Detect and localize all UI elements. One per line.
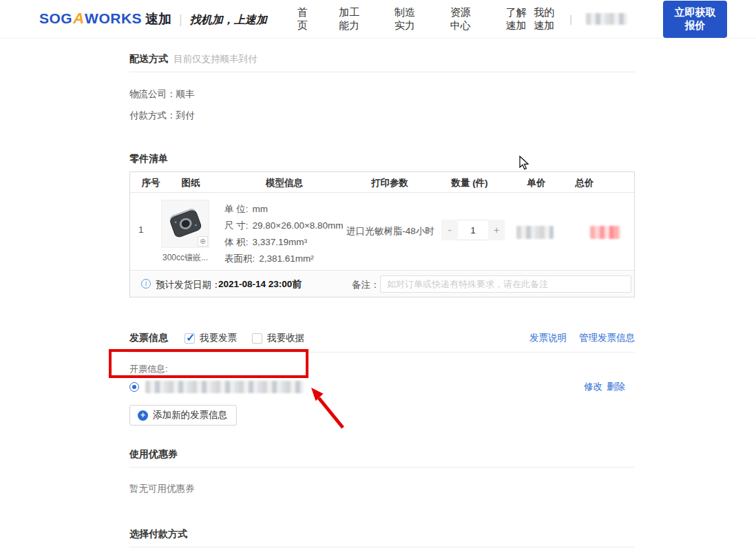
part-file-name: 300cc镶嵌...: [161, 252, 209, 264]
billing-radio-selected[interactable]: [129, 382, 139, 392]
nav-item-capability[interactable]: 加工能力: [339, 6, 367, 32]
nav-item-resources[interactable]: 资源中心: [450, 6, 479, 32]
payment-method-value: 到付: [176, 110, 195, 121]
parts-list-title: 零件清单: [129, 153, 635, 165]
col-unit-price: 单价: [527, 177, 546, 189]
logo-text-2: WORKS: [85, 10, 142, 27]
quantity-stepper: - +: [441, 220, 505, 240]
col-drawing: 图纸: [182, 177, 200, 189]
zoom-icon[interactable]: ⊕: [198, 236, 208, 247]
print-parameter: 进口光敏树脂-48小时: [346, 225, 434, 238]
want-receipt-checkbox[interactable]: 我要收据: [252, 332, 304, 344]
delete-link[interactable]: 删除: [607, 381, 625, 393]
want-receipt-label: 我要收据: [267, 332, 304, 344]
remark-input[interactable]: [380, 275, 631, 293]
want-invoice-label: 我要发票: [200, 332, 237, 344]
quantity-input[interactable]: [458, 220, 488, 240]
payment-section: 选择付款方式 ✓ 微信支付 ✓ 支 支付宝 对公支付: [129, 528, 635, 555]
top-navbar: SOGAWORKS 速加 | 找机加，上速加 首页 加工能力 制造实力 资源中心…: [0, 0, 756, 39]
checkbox-checked-icon[interactable]: [185, 333, 195, 344]
col-index: 序号: [142, 177, 160, 189]
parts-table-footer: i 预计发货日期： 2021-08-14 23:00前 备注：: [130, 270, 634, 297]
col-model-info: 模型信息: [266, 177, 303, 189]
parts-table: 序号 图纸 模型信息 打印参数 数量 (件) 单价 总价 1: [129, 171, 635, 297]
manage-invoice-link[interactable]: 管理发票信息: [579, 332, 635, 344]
ship-date-label: 预计发货日期：: [156, 279, 221, 291]
invoice-title: 发票信息: [129, 332, 168, 344]
quantity-decrease-button[interactable]: -: [441, 220, 458, 240]
section-divider: [129, 467, 635, 468]
unit-price-redacted: [516, 226, 554, 239]
coupon-empty-text: 暂无可用优惠券: [129, 483, 635, 495]
col-total-price: 总价: [576, 177, 594, 189]
col-quantity: 数量 (件): [451, 177, 487, 189]
logistics-row: 物流公司：顺丰: [129, 88, 635, 101]
delivery-note: 目前仅支持顺丰到付: [174, 53, 258, 65]
logo-text: SOG: [39, 10, 72, 27]
surface-area-value: 2,381.61mm²: [259, 253, 314, 264]
section-divider: [129, 547, 635, 547]
account-name-redacted[interactable]: [586, 13, 627, 25]
main-nav: 首页 加工能力 制造实力 资源中心 了解速加: [297, 6, 534, 32]
payment-title: 选择付款方式: [129, 528, 635, 541]
logo-cn-text: 速加: [145, 10, 171, 28]
logo-tagline: 找机加，上速加: [190, 13, 267, 28]
col-print-param: 打印参数: [371, 177, 408, 189]
volume-value: 3,337.19mm³: [253, 237, 308, 247]
quantity-increase-button[interactable]: +: [488, 220, 505, 240]
section-divider: [129, 72, 635, 72]
want-invoice-checkbox[interactable]: 我要发票: [185, 332, 237, 344]
unit-value: mm: [253, 204, 269, 214]
parts-table-row: 1 ⊕ 300cc镶嵌...: [130, 193, 634, 270]
remark-label: 备注：: [352, 279, 380, 291]
row-index: 1: [138, 224, 144, 235]
invoice-help-link[interactable]: 发票说明: [529, 332, 567, 344]
info-icon: i: [141, 279, 151, 289]
billing-info-label: 开票信息:: [129, 363, 635, 375]
logistics-value: 顺丰: [176, 89, 195, 99]
account-separator: |: [569, 14, 572, 25]
billing-info-row: 修改 删除: [129, 381, 635, 393]
my-account-link[interactable]: 我的速加: [534, 6, 563, 32]
coupon-section: 使用优惠券 暂无可用优惠券: [129, 448, 635, 495]
coupon-title: 使用优惠券: [129, 448, 635, 461]
parts-table-header: 序号 图纸 模型信息 打印参数 数量 (件) 单价 总价: [130, 172, 634, 193]
nav-item-strength[interactable]: 制造实力: [395, 6, 423, 32]
get-quote-button[interactable]: 立即获取报价: [663, 1, 727, 38]
add-invoice-label: 添加新的发票信息: [153, 409, 227, 421]
model-info-block: 单 位:mm 尺 寸:29.80×26.00×8.80mm 体 积:3,337.…: [224, 201, 344, 267]
delivery-title: 配送方式: [129, 53, 168, 65]
header-account-area: 我的速加 | 立即获取报价: [534, 1, 727, 38]
billing-info-redacted: [145, 381, 304, 393]
plus-icon: +: [138, 410, 148, 421]
sogaworks-logo[interactable]: SOGAWORKS 速加 | 找机加，上速加: [39, 10, 267, 28]
payment-method-row: 付款方式：到付: [129, 109, 635, 122]
nav-item-home[interactable]: 首页: [297, 6, 311, 32]
ship-date-value: 2021-08-14 23:00前: [218, 278, 302, 291]
size-value: 29.80×26.00×8.80mm: [253, 220, 344, 231]
part-thumbnail[interactable]: ⊕: [161, 200, 209, 248]
total-price-redacted: [590, 226, 620, 239]
checkbox-empty-icon[interactable]: [252, 333, 262, 344]
invoice-section-header: 发票信息 我要发票 我要收据 发票说明 管理发票信息: [129, 332, 635, 344]
modify-link[interactable]: 修改: [584, 381, 602, 393]
add-invoice-button[interactable]: + 添加新的发票信息: [129, 405, 237, 426]
nav-item-about[interactable]: 了解速加: [505, 6, 534, 32]
delivery-section: 配送方式 目前仅支持顺丰到付 物流公司：顺丰 付款方式：到付: [129, 53, 635, 122]
logo-separator: |: [179, 12, 182, 27]
section-divider: [129, 352, 635, 353]
logo-caret: A: [73, 10, 84, 28]
